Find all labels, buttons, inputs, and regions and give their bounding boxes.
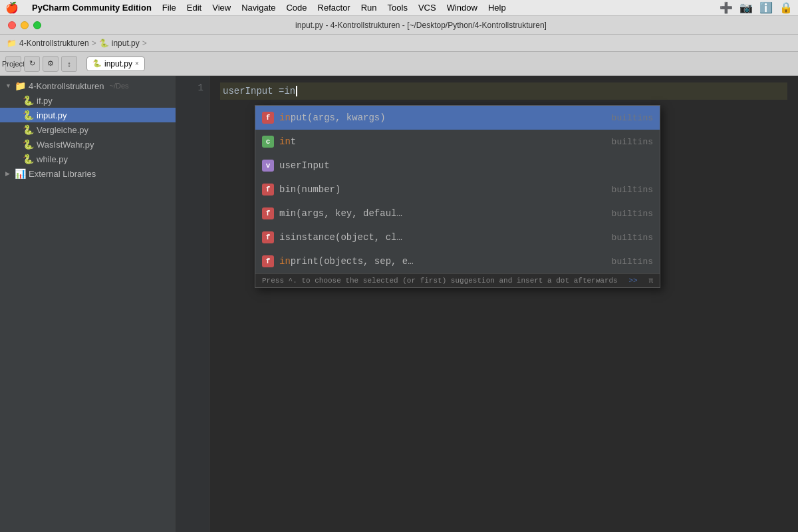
chevron-down-icon: ▼ — [5, 82, 12, 89]
menu-navigate[interactable]: Navigate — [241, 3, 275, 13]
editor-tab-input-py[interactable]: 🐍 input.py × — [86, 57, 145, 71]
code-area[interactable]: userInput = in f input(args, kwargs) bui… — [209, 76, 798, 532]
toolbar: Project ↻ ⚙ ↕ 🐍 input.py × — [0, 52, 798, 76]
sidebar: ▼ 📁 4-Kontrollstrukturen ~/Des 🐍 if.py 🐍… — [0, 76, 176, 532]
sidebar-filename-if: if.py — [37, 96, 53, 106]
breadcrumb-bar: 📁 4-Kontrollstrukturen > 🐍 input.py > — [0, 35, 798, 52]
cam-icon[interactable]: 📷 — [739, 1, 753, 14]
cursor — [296, 86, 297, 96]
editor-area[interactable]: 1 userInput = in f input(args, kwargs) — [176, 76, 798, 532]
ac-name-int: int — [279, 136, 595, 147]
tab-python-icon: 🐍 — [92, 59, 102, 68]
ac-name-isinstance: isinstance(object, cl… — [279, 232, 595, 243]
sidebar-tree: ▼ 📁 4-Kontrollstrukturen ~/Des 🐍 if.py 🐍… — [0, 76, 176, 184]
window-controls — [8, 21, 41, 29]
ac-source-input: builtins — [600, 113, 653, 123]
autocomplete-item-min[interactable]: f min(args, key, defaul… builtins — [255, 201, 660, 225]
menubar: 🍎 PyCharm Community Edition File Edit Vi… — [0, 0, 798, 16]
ac-name-bin: bin(number) — [279, 184, 595, 195]
app-name[interactable]: PyCharm Community Edition — [32, 3, 152, 13]
ac-icon-var-userinput: v — [262, 160, 274, 172]
info-icon[interactable]: ℹ️ — [759, 1, 773, 14]
ac-name-print: inprint(objects, sep, e… — [279, 256, 595, 267]
ac-icon-func-min: f — [262, 207, 274, 219]
code-typed-text: in — [284, 86, 295, 96]
apple-icon[interactable]: 🍎 — [5, 1, 19, 14]
code-var-userinput: userInput = — [223, 86, 284, 96]
title-path: input.py - 4-Kontrollstrukturen - [~/Des… — [52, 21, 790, 30]
lock-icon[interactable]: 🔒 — [779, 1, 793, 14]
menu-vcs[interactable]: VCS — [418, 3, 436, 13]
toolbar-btn-settings[interactable]: ⚙ — [43, 56, 59, 72]
autocomplete-item-int[interactable]: c int builtins — [255, 130, 660, 154]
ac-name-input: input(args, kwargs) — [279, 112, 595, 123]
toolbar-controls: Project ↻ ⚙ ↕ — [5, 56, 77, 72]
ac-icon-func-input: f — [262, 112, 274, 124]
menu-edit[interactable]: Edit — [187, 3, 201, 13]
maximize-button[interactable] — [33, 21, 41, 29]
footer-hint-text: Press ^. to choose the selected (or firs… — [262, 277, 618, 285]
ac-icon-class-int: c — [262, 136, 274, 148]
sidebar-item-wasist-py[interactable]: 🐍 WasIstWahr.py — [0, 137, 176, 152]
ac-source-int: builtins — [600, 137, 653, 147]
line-numbers: 1 — [176, 76, 209, 532]
menu-run[interactable]: Run — [361, 3, 377, 13]
menu-view[interactable]: View — [212, 3, 231, 13]
ac-icon-func-print: f — [262, 255, 274, 267]
sidebar-external-libraries[interactable]: ▶ 📊 External Libraries — [0, 166, 176, 181]
plus-icon[interactable]: ➕ — [720, 1, 733, 14]
main-layout: ▼ 📁 4-Kontrollstrukturen ~/Des 🐍 if.py 🐍… — [0, 76, 798, 532]
menu-code[interactable]: Code — [286, 3, 307, 13]
breadcrumb-folder[interactable]: 4-Kontrollstrukturen — [19, 39, 89, 48]
close-button[interactable] — [8, 21, 16, 29]
ac-name-min: min(args, key, defaul… — [279, 208, 595, 219]
autocomplete-item-isinstance[interactable]: f isinstance(object, cl… builtins — [255, 225, 660, 249]
library-icon: 📊 — [15, 168, 26, 179]
autocomplete-item-userinput[interactable]: v userInput — [255, 154, 660, 178]
sidebar-root-label: 4-Kontrollstrukturen — [29, 81, 104, 91]
sidebar-item-input-py[interactable]: 🐍 input.py — [0, 108, 176, 122]
sidebar-filename-while: while.py — [37, 154, 68, 164]
ac-source-min: builtins — [600, 209, 653, 219]
sidebar-item-if-py[interactable]: 🐍 if.py — [0, 93, 176, 108]
menubar-right-icons: ➕ 📷 ℹ️ 🔒 — [720, 1, 793, 14]
sidebar-filename-vergleiche: Vergleiche.py — [37, 125, 88, 135]
sidebar-filename-wasist: WasIstWahr.py — [37, 140, 94, 150]
ac-name-userinput: userInput — [279, 160, 595, 171]
autocomplete-item-print[interactable]: f inprint(objects, sep, e… builtins — [255, 249, 660, 273]
toolbar-btn-sync[interactable]: ↻ — [24, 56, 40, 72]
tab-filename: input.py — [104, 59, 132, 68]
footer-pi: π — [648, 277, 653, 285]
ac-source-isinstance: builtins — [600, 233, 653, 243]
project-label: Project — [2, 60, 25, 68]
breadcrumb-sep2: > — [142, 39, 147, 48]
autocomplete-item-bin[interactable]: f bin(number) builtins — [255, 178, 660, 201]
python-file-icon: 🐍 — [23, 139, 34, 150]
sidebar-item-vergleiche-py[interactable]: 🐍 Vergleiche.py — [0, 122, 176, 137]
tab-close-icon[interactable]: × — [135, 60, 139, 67]
menu-window[interactable]: Window — [447, 3, 477, 13]
autocomplete-popup: f input(args, kwargs) builtins c int bui… — [255, 105, 660, 288]
sidebar-item-while-py[interactable]: 🐍 while.py — [0, 152, 176, 166]
menu-file[interactable]: File — [162, 3, 176, 13]
line-number-1: 1 — [182, 82, 203, 93]
chevron-right-icon: ▶ — [5, 170, 12, 177]
ac-icon-func-bin: f — [262, 184, 274, 196]
toolbar-btn-project[interactable]: Project — [5, 56, 21, 72]
python-file-icon: 🐍 — [23, 110, 34, 120]
menu-refactor[interactable]: Refactor — [318, 3, 350, 13]
titlebar: input.py - 4-Kontrollstrukturen - [~/Des… — [0, 16, 798, 35]
ac-source-print: builtins — [600, 257, 653, 267]
sidebar-root-folder[interactable]: ▼ 📁 4-Kontrollstrukturen ~/Des — [0, 78, 176, 93]
menu-tools[interactable]: Tools — [388, 3, 408, 13]
toolbar-btn-sort[interactable]: ↕ — [61, 56, 77, 72]
sidebar-filename-input: input.py — [37, 110, 67, 120]
footer-link[interactable]: >> — [628, 277, 637, 285]
minimize-button[interactable] — [21, 21, 29, 29]
python-file-icon: 🐍 — [23, 154, 34, 164]
breadcrumb-file[interactable]: input.py — [112, 39, 140, 48]
breadcrumb-folder-icon: 📁 — [7, 39, 17, 48]
ac-source-bin: builtins — [600, 185, 653, 195]
menu-help[interactable]: Help — [488, 3, 506, 13]
autocomplete-item-input[interactable]: f input(args, kwargs) builtins — [255, 106, 660, 130]
